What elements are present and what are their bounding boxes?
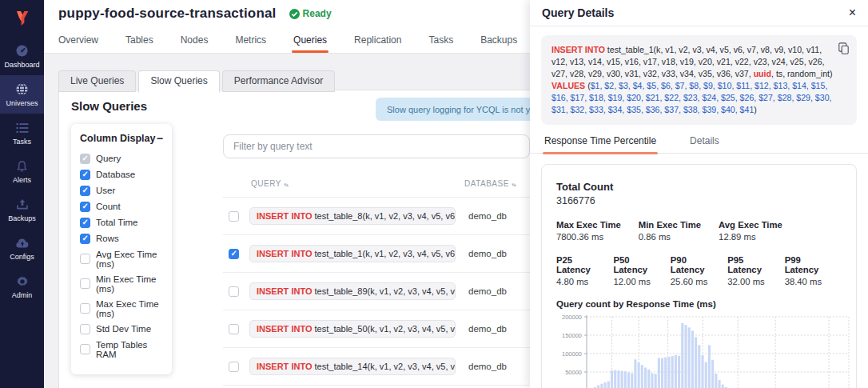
column-toggle-database[interactable]: Database: [71, 166, 172, 182]
tab-metrics[interactable]: Metrics: [235, 27, 266, 53]
query-filter-input[interactable]: [223, 134, 530, 158]
yugabyte-logo-icon[interactable]: [0, 0, 44, 37]
sidebar-item-label: Configs: [10, 253, 34, 261]
row-checkbox[interactable]: [229, 286, 239, 297]
row-checkbox[interactable]: [229, 249, 239, 259]
universe-header: puppy-food-source-transactional Ready: [44, 0, 530, 27]
stat-p25-latency: P25 Latency4.80 ms: [556, 255, 602, 286]
column-display-list: QueryDatabaseUserCountTotal TimeRowsAvg …: [71, 150, 172, 362]
svg-text:100000: 100000: [562, 350, 582, 358]
collapse-minus-icon[interactable]: −: [157, 134, 163, 142]
checkbox[interactable]: [80, 218, 90, 228]
column-toggle-label: Std Dev Time: [96, 324, 151, 334]
slow-queries-card: Slow Queries Slow query logging for YCQL…: [58, 90, 530, 388]
sidebar-item-backups[interactable]: Backups: [0, 190, 44, 229]
stat-value: 25.60 ms: [671, 277, 716, 286]
tab-backups[interactable]: Backups: [480, 27, 517, 53]
copy-icon[interactable]: [838, 42, 849, 58]
column-toggle-min-exec-time-ms-[interactable]: Min Exec Time (ms): [71, 271, 172, 296]
table-row[interactable]: INSERT INTO test_table_8(k, v1, v2, v3, …: [223, 198, 530, 235]
tab-tables[interactable]: Tables: [125, 27, 153, 53]
percentile-stats-card: Total Count 3166776 Max Exec Time7800.36…: [541, 164, 857, 388]
column-toggle-query[interactable]: Query: [71, 150, 172, 166]
table-row[interactable]: INSERT INTO test_table_89(k, v1, v2, v3,…: [223, 273, 530, 310]
column-header-database[interactable]: DATABASE▾▴: [464, 179, 516, 188]
row-checkbox[interactable]: [229, 362, 239, 372]
sidebar-item-alerts[interactable]: Alerts: [0, 152, 44, 190]
query-text: test_table_50(k, v1, v2, v3, v4, v5, v6,…: [312, 324, 456, 334]
stat-label: Max Exec Time: [556, 220, 621, 230]
details-tab-response-time-percentile[interactable]: Response Time Percentile: [543, 135, 658, 153]
tab-queries[interactable]: Queries: [293, 27, 327, 53]
column-header-query[interactable]: QUERY▾▴: [251, 179, 464, 188]
close-icon[interactable]: ×: [849, 7, 856, 18]
stat-value: 32.00 ms: [727, 277, 773, 286]
sidebar-item-dashboard[interactable]: Dashboard: [0, 37, 44, 75]
sql-keyword: INSERT INTO: [257, 324, 312, 334]
sidebar-item-label: Admin: [12, 291, 33, 299]
tab-nodes[interactable]: Nodes: [181, 27, 209, 53]
checkbox[interactable]: [80, 278, 90, 289]
row-checkbox[interactable]: [229, 324, 239, 334]
query-details-panel: Query Details × INSERT INTO test_table_1…: [530, 0, 868, 388]
subtab-slow-queries[interactable]: Slow Queries: [138, 70, 219, 93]
app-root: DashboardUniversesTasksAlertsBackupsConf…: [0, 0, 868, 388]
total-count-value: 3166776: [556, 195, 842, 206]
details-tab-details[interactable]: Details: [688, 135, 721, 153]
database-cell: demo_db: [468, 324, 507, 334]
svg-text:200000: 200000: [562, 314, 582, 321]
tasks-list-icon: [16, 121, 29, 134]
tab-overview[interactable]: Overview: [58, 27, 98, 53]
stat-label: P25 Latency: [556, 255, 602, 274]
column-toggle-total-time[interactable]: Total Time: [71, 214, 172, 230]
checkbox[interactable]: [80, 186, 90, 196]
table-row[interactable]: INSERT INTO test_table_1(k, v1, v2, v3, …: [223, 235, 530, 273]
column-toggle-max-exec-time-ms-[interactable]: Max Exec Time (ms): [71, 296, 172, 321]
query-pill: INSERT INTO test_table_1(k, v1, v2, v3, …: [249, 245, 456, 262]
table-row[interactable]: INSERT INTO test_table_50(k, v1, v2, v3,…: [223, 310, 530, 348]
column-toggle-std-dev-time[interactable]: Std Dev Time: [71, 321, 172, 337]
checkbox[interactable]: [80, 202, 90, 212]
column-toggle-avg-exec-time-ms-[interactable]: Avg Exec Time (ms): [71, 246, 172, 271]
sql-keyword: INSERT INTO: [257, 211, 312, 221]
column-toggle-user[interactable]: User: [71, 182, 172, 198]
exec-time-stats: Max Exec Time7800.36 msMin Exec Time0.86…: [556, 220, 842, 242]
status-badge: Ready: [289, 8, 332, 19]
checkbox[interactable]: [80, 324, 90, 334]
column-toggle-rows[interactable]: Rows: [71, 230, 172, 246]
sql-segment: ): [754, 105, 757, 114]
column-toggle-temp-tables-ram[interactable]: Temp Tables RAM: [71, 337, 172, 362]
checkbox[interactable]: [80, 170, 90, 180]
table-body: INSERT INTO test_table_8(k, v1, v2, v3, …: [223, 198, 530, 386]
sidebar-item-label: Dashboard: [4, 61, 39, 69]
column-toggle-count[interactable]: Count: [71, 198, 172, 214]
sidebar-item-label: Tasks: [13, 138, 31, 146]
checkbox[interactable]: [80, 303, 90, 314]
checkbox[interactable]: [80, 344, 90, 354]
sidebar-item-configs[interactable]: Configs: [0, 229, 44, 267]
row-checkbox[interactable]: [229, 211, 239, 222]
stat-label: Avg Exec Time: [719, 220, 782, 230]
response-time-histogram: 050000100000150000200000[1.5,1.6)[3.6,4.…: [556, 312, 842, 388]
database-cell: demo_db: [468, 362, 507, 371]
tab-tasks[interactable]: Tasks: [428, 27, 453, 53]
checkbox[interactable]: [80, 234, 90, 244]
tab-replication[interactable]: Replication: [354, 27, 401, 53]
stat-value: 4.80 ms: [556, 277, 602, 286]
table-row[interactable]: INSERT INTO test_table_14(k, v1, v2, v3,…: [223, 348, 530, 386]
stat-value: 12.89 ms: [719, 232, 782, 242]
sql-query-text: INSERT INTO test_table_1(k, v1, v2, v3, …: [551, 45, 833, 114]
stat-max-exec-time: Max Exec Time7800.36 ms: [556, 220, 621, 242]
sidebar-item-admin[interactable]: Admin: [0, 267, 44, 306]
sidebar-item-tasks[interactable]: Tasks: [0, 114, 44, 152]
upload-icon: [16, 198, 29, 211]
column-display-title: Column Display: [80, 133, 155, 144]
query-details-tabs: Response Time PercentileDetails: [530, 135, 868, 154]
latency-stats: P25 Latency4.80 msP50 Latency12.00 msP90…: [556, 255, 842, 286]
sidebar-item-universes[interactable]: Universes: [0, 75, 44, 114]
query-pill: INSERT INTO test_table_8(k, v1, v2, v3, …: [249, 207, 456, 225]
subtab-performance-advisor[interactable]: Performance Advisor: [222, 70, 335, 92]
subtab-live-queries[interactable]: Live Queries: [58, 70, 136, 92]
checkbox[interactable]: [80, 254, 90, 264]
column-toggle-label: Total Time: [96, 218, 137, 227]
